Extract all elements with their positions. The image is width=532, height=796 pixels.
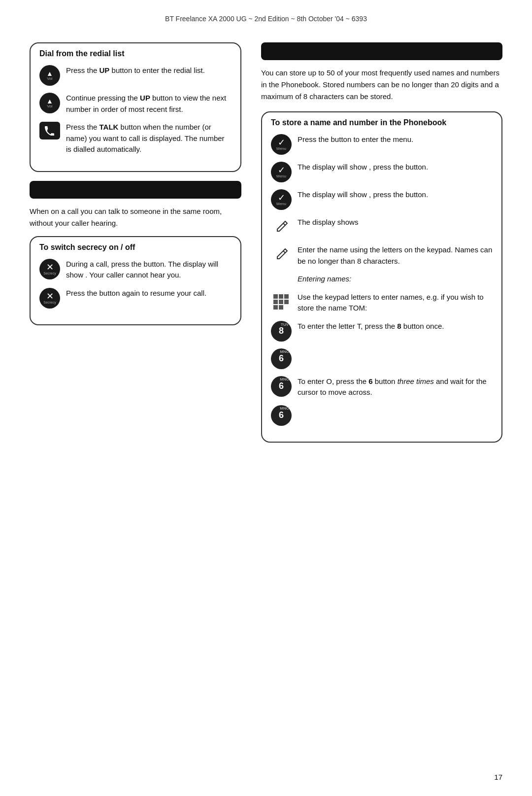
menu-label-3: Menu — [276, 202, 286, 206]
tuv-label: TUV — [281, 322, 289, 327]
up-arrow-symbol: ▲ — [46, 70, 53, 77]
pencil-svg — [273, 219, 289, 235]
vol-label: Vol — [47, 77, 52, 81]
6b-step-text: To enter O, press the 6 button three tim… — [298, 376, 493, 398]
dial-redial-title: Dial from the redial list — [39, 49, 232, 58]
page: BT Freelance XA 2000 UG ~ 2nd Edition ~ … — [0, 0, 532, 796]
page-number: 17 — [494, 773, 502, 781]
secrecy-step-1: ✕ Secrecy During a call, press the butto… — [39, 259, 232, 281]
phonebook-step-6c: MNO 6 ↑ — [271, 405, 493, 426]
grid-svg — [272, 293, 290, 311]
black-bar-right — [261, 42, 502, 60]
checkmark-1: ✓ — [278, 138, 285, 147]
secrecy-step-2: ✕ Secrecy Press the button again to resu… — [39, 288, 232, 309]
secrecy-step-text-2: Press the button again to resume your ca… — [66, 288, 232, 299]
secrecy-label-2: Secrecy — [43, 301, 56, 304]
grid-icon — [271, 292, 292, 312]
grid-step-text: Use the keypad letters to enter names, e… — [298, 292, 493, 314]
8-step-text: To enter the letter T, press the 8 butto… — [298, 321, 493, 332]
header-text: BT Freelance XA 2000 UG ~ 2nd Edition ~ … — [165, 15, 367, 23]
dial-redial-section: Dial from the redial list ▲ Vol Press th… — [30, 42, 241, 172]
phonebook-step-grid: Use the keypad letters to enter names, e… — [271, 292, 493, 314]
main-content: Dial from the redial list ▲ Vol Press th… — [30, 42, 502, 451]
phonebook-step-text-3: The display will show , press the button… — [298, 189, 493, 201]
svg-rect-3 — [273, 300, 278, 304]
mno-label-1: MNO — [280, 349, 289, 354]
phonebook-step-text-5: Enter the name using the letters on the … — [298, 244, 493, 267]
menu-label-2: Menu — [276, 174, 286, 178]
entering-names-label: Entering names: — [298, 274, 493, 285]
6-button-icon-3: MNO 6 ↑ — [271, 405, 292, 426]
phonebook-intro: You can store up to 50 of your most freq… — [261, 67, 502, 103]
black-bar-left — [30, 181, 241, 199]
left-column: Dial from the redial list ▲ Vol Press th… — [30, 42, 241, 451]
mno-label-2: MNO — [280, 377, 289, 381]
phonebook-step-1: ✓ Menu Press the button to enter the men… — [271, 134, 493, 155]
step-row-3: Press the TALK button when the number (o… — [39, 122, 232, 155]
6-button-icon-2: MNO 6 ↑ — [271, 376, 292, 397]
p-label-3: ↑ — [289, 421, 291, 425]
menu-check-icon-2: ✓ Menu — [271, 162, 292, 182]
page-header: BT Freelance XA 2000 UG ~ 2nd Edition ~ … — [30, 15, 502, 23]
p-label-1: ↑ — [289, 365, 291, 368]
secrecy-section: To switch secrecy on / off ✕ Secrecy Dur… — [30, 236, 241, 325]
svg-rect-5 — [284, 300, 289, 304]
secrecy-icon-1: ✕ Secrecy — [39, 259, 60, 279]
8-button-icon: TUV 8 — [271, 321, 292, 342]
phonebook-step-8: TUV 8 To enter the letter T, press the 8… — [271, 321, 493, 342]
phonebook-step-6b: MNO 6 ↑ To enter O, press the 6 button t… — [271, 376, 493, 398]
secrecy-step-text-1: During a call, press the button. The dis… — [66, 259, 232, 281]
step-text-3: Press the TALK button when the number (o… — [66, 122, 232, 155]
checkmark-3: ✓ — [278, 193, 285, 202]
phonebook-step-4: The display shows — [271, 217, 493, 238]
menu-check-icon-1: ✓ Menu — [271, 134, 292, 155]
svg-rect-6 — [273, 305, 278, 310]
6-digit-1: 6 — [279, 353, 284, 364]
phonebook-step-3: ✓ Menu The display will show , press the… — [271, 189, 493, 210]
checkmark-2: ✓ — [278, 166, 285, 174]
6-digit-2: 6 — [279, 381, 284, 391]
x-mark-2: ✕ — [46, 292, 54, 301]
pencil-svg-2 — [273, 247, 289, 263]
step-row: ▲ Vol Press the UP button to enter the r… — [39, 65, 232, 86]
between-text: When on a call you can talk to someone i… — [30, 206, 241, 229]
svg-rect-2 — [284, 294, 289, 299]
phonebook-step-text-4: The display shows — [298, 217, 493, 228]
secrecy-icon-2: ✕ Secrecy — [39, 288, 60, 309]
talk-icon — [39, 122, 60, 139]
secrecy-label-1: Secrecy — [43, 272, 56, 275]
p-label-2: ↑ — [289, 392, 291, 396]
svg-rect-1 — [279, 294, 283, 299]
6-button-icon-1: MNO 6 ↑ — [271, 348, 292, 369]
phonebook-step-text-2: The display will show , press the button… — [298, 162, 493, 173]
mno-label-3: MNO — [280, 406, 289, 411]
talk-phone-svg — [44, 126, 56, 136]
secrecy-title: To switch secrecy on / off — [39, 243, 232, 252]
pencil-icon-2 — [271, 244, 292, 265]
phonebook-section: To store a name and number in the Phoneb… — [261, 111, 502, 443]
svg-rect-4 — [279, 300, 283, 304]
vol-up-icon-2: ▲ Vol — [39, 93, 60, 113]
step-text-2: Continue pressing the UP button to view … — [66, 93, 232, 115]
svg-rect-7 — [279, 305, 283, 310]
vol-up-icon: ▲ Vol — [39, 65, 60, 86]
phonebook-step-text-1: Press the button to enter the menu. — [298, 134, 493, 145]
6-digit-3: 6 — [279, 410, 284, 420]
menu-label-1: Menu — [276, 147, 286, 151]
x-mark-1: ✕ — [46, 263, 54, 272]
pencil-icon — [271, 217, 292, 238]
up-arrow-symbol-2: ▲ — [46, 98, 53, 104]
8-digit: 8 — [279, 326, 284, 336]
menu-check-icon-3: ✓ Menu — [271, 189, 292, 210]
phonebook-step-2: ✓ Menu The display will show , press the… — [271, 162, 493, 182]
entering-names-label-row: Entering names: — [271, 274, 493, 285]
phonebook-title: To store a name and number in the Phoneb… — [271, 118, 493, 127]
phonebook-step-5: Enter the name using the letters on the … — [271, 244, 493, 267]
step-text: Press the UP button to enter the redial … — [66, 65, 232, 76]
svg-rect-0 — [273, 294, 278, 299]
step-row: ▲ Vol Continue pressing the UP button to… — [39, 93, 232, 115]
phonebook-step-6a: MNO 6 ↑ — [271, 348, 493, 369]
right-column: You can store up to 50 of your most freq… — [261, 42, 502, 451]
vol-label-2: Vol — [47, 104, 52, 108]
